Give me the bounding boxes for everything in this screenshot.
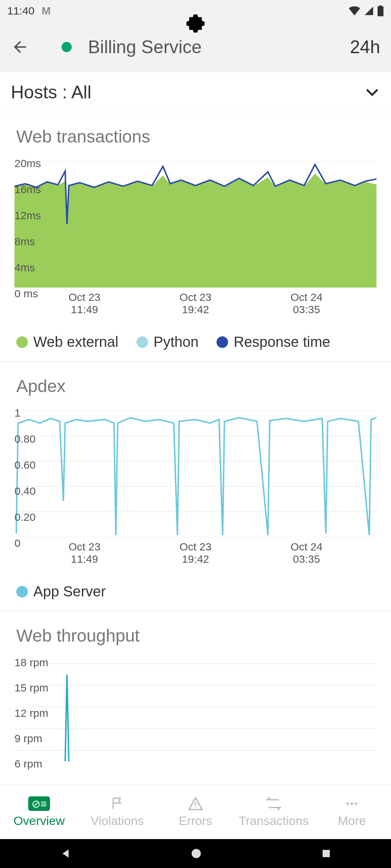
nav-transactions[interactable]: Transactions <box>235 785 313 839</box>
status-icons <box>348 5 384 16</box>
sys-home[interactable] <box>190 847 202 860</box>
flag-icon <box>106 796 128 811</box>
web-throughput-chart[interactable]: 18 rpm 15 rpm 12 rpm 9 rpm 6 rpm <box>14 656 377 758</box>
x-tick-label: 19:42 <box>180 553 211 565</box>
x-tick-label: 03:35 <box>290 303 322 316</box>
nav-label: Overview <box>13 814 65 828</box>
section-title: Web throughput <box>0 618 391 656</box>
warning-icon <box>185 796 206 811</box>
nav-errors[interactable]: Errors <box>156 785 235 839</box>
svg-point-19 <box>351 803 353 805</box>
svg-rect-0 <box>378 7 383 16</box>
nav-overview[interactable]: ⊘≡ Overview <box>0 785 78 839</box>
more-icon <box>341 796 363 811</box>
legend-dot <box>16 336 28 348</box>
chart-legend: Web external Python Response time <box>0 323 391 362</box>
legend-item[interactable]: Response time <box>216 334 330 350</box>
x-tick-label: Oct 23 <box>68 291 100 303</box>
svg-point-21 <box>192 849 201 858</box>
apdex-chart[interactable]: 1 0.80 0.60 0.40 0.20 0 <box>14 407 377 537</box>
status-time: 11:40 <box>7 5 34 17</box>
apdex-section: Apdex 1 0.80 0.60 0.40 0.20 0 Oct 2311:4… <box>0 362 391 611</box>
service-status-dot <box>62 42 72 52</box>
legend-label: Python <box>154 334 199 350</box>
cell-signal-icon <box>364 6 374 16</box>
sys-back[interactable] <box>59 847 72 860</box>
sys-recent[interactable] <box>321 848 332 859</box>
chevron-down-icon <box>364 84 380 100</box>
system-nav <box>0 839 391 868</box>
overview-icon: ⊘≡ <box>28 796 50 811</box>
nav-violations[interactable]: Violations <box>78 785 156 839</box>
x-tick-label: Oct 24 <box>290 291 322 303</box>
x-axis: Oct 2311:49 Oct 2319:42 Oct 2403:35 <box>0 288 391 323</box>
x-tick-label: 11:49 <box>68 303 100 316</box>
web-throughput-section: Web throughput 18 rpm 15 rpm 12 rpm 9 rp… <box>0 611 391 758</box>
legend-item[interactable]: Python <box>136 334 199 350</box>
x-tick-label: Oct 23 <box>68 541 100 553</box>
nav-label: More <box>338 814 366 828</box>
svg-rect-22 <box>323 850 330 857</box>
svg-point-18 <box>346 803 349 805</box>
legend-dot <box>136 336 148 348</box>
web-transactions-section: Web transactions 20ms 16ms 12ms 8ms 4ms … <box>0 112 391 362</box>
svg-point-20 <box>355 803 357 805</box>
nav-more[interactable]: More <box>313 785 391 839</box>
web-transactions-chart[interactable]: 20ms 16ms 12ms 8ms 4ms 0 ms <box>14 157 377 288</box>
x-tick-label: Oct 23 <box>180 541 211 553</box>
nav-label: Violations <box>91 814 144 828</box>
hosts-filter[interactable]: Hosts : All <box>0 72 391 112</box>
back-button[interactable] <box>11 38 29 56</box>
x-tick-label: Oct 24 <box>290 541 322 553</box>
x-axis: Oct 2311:49 Oct 2319:42 Oct 2403:35 <box>0 537 391 573</box>
legend-label: Web external <box>33 334 118 350</box>
x-tick-label: Oct 23 <box>180 291 211 303</box>
swap-icon <box>263 796 285 811</box>
gmail-icon: M <box>42 5 51 17</box>
time-range-selector[interactable]: 24h <box>350 37 380 58</box>
legend-dot <box>216 336 228 348</box>
section-title: Apdex <box>0 369 391 407</box>
x-tick-label: 03:35 <box>290 553 322 565</box>
legend-item[interactable]: App Server <box>16 583 106 600</box>
bottom-nav: ⊘≡ Overview Violations Errors Transactio… <box>0 785 391 839</box>
legend-label: Response time <box>234 334 330 350</box>
legend-item[interactable]: Web external <box>16 334 118 350</box>
chart-legend: App Server <box>0 573 391 611</box>
page-title: Billing Service <box>88 37 339 58</box>
puzzle-icon <box>186 14 205 33</box>
battery-icon <box>377 5 384 16</box>
svg-rect-1 <box>379 5 382 7</box>
x-tick-label: 11:49 <box>68 553 100 565</box>
hosts-label: Hosts : All <box>11 82 91 103</box>
nav-label: Errors <box>179 814 213 828</box>
x-tick-label: 19:42 <box>180 303 211 316</box>
section-title: Web transactions <box>0 119 391 157</box>
nav-label: Transactions <box>239 814 308 828</box>
legend-dot <box>16 586 28 597</box>
wifi-icon <box>348 6 361 16</box>
legend-label: App Server <box>33 583 106 600</box>
